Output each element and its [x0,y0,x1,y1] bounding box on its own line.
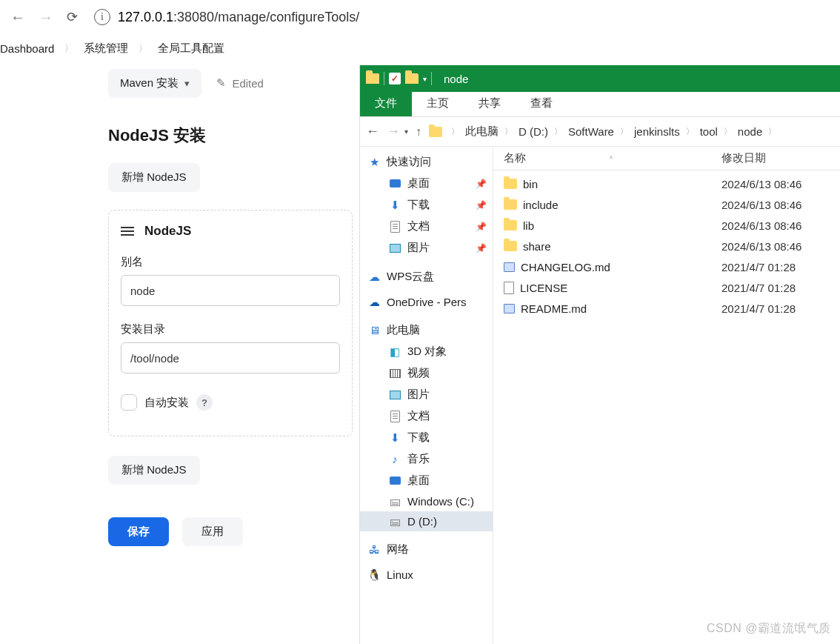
chevron-right-icon: 〉 [451,126,459,137]
sidebar-windows-c[interactable]: 🖴Windows (C:) [360,491,493,511]
nodejs-section-title: NodeJS 安装 [108,125,370,147]
file-name: bin [523,178,538,190]
alias-input[interactable] [121,275,340,306]
folder-icon [429,127,442,137]
sidebar-pictures[interactable]: 图片📌 [360,237,493,259]
sidebar-3d-objects[interactable]: ◧3D 对象 [360,341,493,362]
chevron-right-icon: 〉 [620,126,628,137]
file-date: 2024/6/13 08:46 [721,199,833,211]
path-segment[interactable]: 此电脑 [465,125,499,139]
sidebar-videos[interactable]: 视频 [360,362,493,384]
auto-install-checkbox[interactable] [121,394,137,411]
back-icon[interactable]: ← [366,124,379,139]
path-segment[interactable]: tool [700,125,718,138]
sidebar-desktop[interactable]: 桌面📌 [360,173,493,194]
pin-icon: 📌 [476,179,487,189]
sidebar-pictures2[interactable]: 图片 [360,384,493,405]
pictures-icon [390,244,401,253]
tab-share[interactable]: 共享 [464,92,516,116]
file-row[interactable]: CHANGELOG.md2021/4/7 01:28 [493,256,840,277]
sidebar-linux[interactable]: 🐧Linux [360,565,493,585]
add-nodejs-button[interactable]: 新增 NodeJS [108,163,200,192]
file-date: 2024/6/13 08:46 [721,219,833,232]
edited-label: Edited [232,77,264,90]
markdown-icon [504,262,515,272]
file-date: 2024/6/13 08:46 [721,240,833,253]
disk-icon: 🖴 [388,496,401,508]
sidebar-downloads[interactable]: ⬇下载📌 [360,194,493,216]
sidebar-downloads2[interactable]: ⬇下载 [360,427,493,448]
sidebar-network[interactable]: 🖧网络 [360,539,493,560]
path-segment[interactable]: D (D:) [519,125,548,138]
file-row[interactable]: LICENSE2021/4/7 01:28 [493,277,840,298]
dropdown-icon[interactable]: ▾ [423,75,427,83]
file-date: 2024/6/13 08:46 [721,178,833,190]
sidebar-desktop2[interactable]: 桌面 [360,470,493,491]
path-segment[interactable]: SoftWare [568,125,614,138]
url-text: 127.0.0.1:38080/manage/configureTools/ [118,10,359,25]
forward-icon[interactable]: → [387,124,400,139]
file-name: lib [523,219,534,232]
save-button[interactable]: 保存 [108,517,169,546]
cube-icon: ◧ [388,346,401,358]
alias-label: 别名 [121,255,340,269]
add-nodejs-button[interactable]: 新增 NodeJS [108,456,200,485]
browser-toolbar: ← → ⟳ i 127.0.0.1:38080/manage/configure… [0,0,840,34]
network-icon: 🖧 [367,544,381,556]
chevron-right-icon: 〉 [504,126,513,137]
refresh-icon[interactable]: ⟳ [67,9,78,25]
history-dropdown-icon[interactable]: ▾ [404,127,408,136]
file-row[interactable]: include2024/6/13 08:46 [493,194,840,215]
apply-button[interactable]: 应用 [182,517,243,546]
sidebar-music[interactable]: ♪音乐 [360,448,493,470]
sidebar-d-drive[interactable]: 🖴D (D:) [360,511,493,531]
tab-home[interactable]: 主页 [412,92,464,116]
folder-icon [504,179,517,189]
column-headers[interactable]: 名称 ＾ 修改日期 [493,147,840,170]
help-icon[interactable]: ? [196,394,213,411]
back-icon[interactable]: ← [10,9,25,26]
tab-view[interactable]: 查看 [516,92,567,116]
tab-file[interactable]: 文件 [360,92,412,116]
breadcrumb: Dashboard 〉 系统管理 〉 全局工具配置 [0,34,840,69]
file-row[interactable]: README.md2021/4/7 01:28 [493,298,840,319]
maven-install-pill[interactable]: Maven 安装 ▾ [108,69,201,98]
sidebar-documents[interactable]: 文档📌 [360,216,493,237]
file-row[interactable]: bin2024/6/13 08:46 [493,173,840,194]
sidebar-quick-access[interactable]: ★快速访问 [360,151,493,173]
folder-icon [504,241,517,251]
breadcrumb-item[interactable]: 系统管理 [84,42,128,56]
pc-icon: 🖥 [367,325,381,336]
explorer-titlebar[interactable]: ✓ ▾ node [360,65,840,92]
watermark: CSDN @霸道流氓气质 [707,621,831,637]
file-list-pane: 名称 ＾ 修改日期 bin2024/6/13 08:46include2024/… [493,147,840,644]
sidebar-documents2[interactable]: 文档 [360,405,493,427]
sidebar-onedrive[interactable]: ☁OneDrive - Pers [360,292,493,312]
explorer-sidebar: ★快速访问 桌面📌 ⬇下载📌 文档📌 图片📌 ☁WPS云盘 ☁OneDrive … [360,147,493,644]
breadcrumb-item[interactable]: Dashboard [0,42,54,55]
chevron-down-icon: ▾ [184,78,190,89]
video-icon [390,369,401,378]
jenkins-config-content: Maven 安装 ▾ ✎ Edited NodeJS 安装 新增 NodeJS … [0,69,370,546]
file-row[interactable]: lib2024/6/13 08:46 [493,215,840,236]
column-date[interactable]: 修改日期 [721,151,833,165]
pencil-icon: ✎ [216,76,226,90]
panel-title: NodeJS [144,224,191,239]
drag-handle-icon[interactable] [121,227,134,236]
file-name: include [523,199,559,211]
sidebar-this-pc[interactable]: 🖥此电脑 [360,319,493,341]
install-dir-input[interactable] [121,342,340,374]
address-bar[interactable]: i 127.0.0.1:38080/manage/configureTools/ [94,9,359,25]
column-name[interactable]: 名称 [504,151,526,165]
breadcrumb-item[interactable]: 全局工具配置 [158,42,224,56]
file-row[interactable]: share2024/6/13 08:46 [493,236,840,256]
site-info-icon[interactable]: i [94,9,110,25]
download-icon: ⬇ [388,199,401,211]
forward-icon[interactable]: → [39,9,53,26]
up-icon[interactable]: ↑ [416,125,421,139]
path-breadcrumb[interactable]: 〉 此电脑 〉 D (D:) 〉 SoftWare 〉 jenkinslts 〉… [429,125,833,139]
path-segment[interactable]: jenkinslts [634,125,680,138]
sidebar-wps[interactable]: ☁WPS云盘 [360,266,493,288]
chevron-right-icon: 〉 [554,126,562,137]
path-segment[interactable]: node [738,125,762,138]
